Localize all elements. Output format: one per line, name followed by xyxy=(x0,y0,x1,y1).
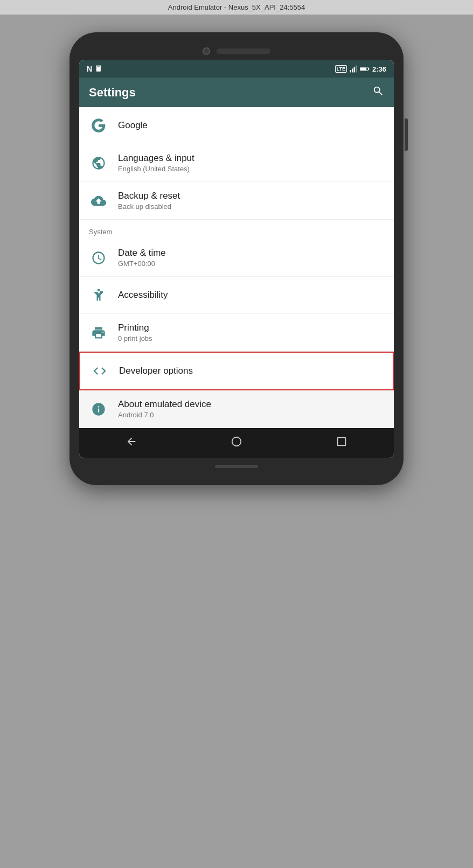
cloud-upload-icon xyxy=(89,191,108,211)
datetime-subtitle: GMT+00:00 xyxy=(118,260,166,268)
printing-subtitle: 0 print jobs xyxy=(118,334,152,342)
window-title-bar: Android Emulator - Nexus_5X_API_24:5554 xyxy=(0,0,473,15)
page-wrapper: Android Emulator - Nexus_5X_API_24:5554 … xyxy=(0,0,473,868)
settings-item-about[interactable]: About emulated device Android 7.0 xyxy=(79,390,394,428)
google-item-text: Google xyxy=(118,120,148,131)
settings-item-backup[interactable]: Backup & reset Back up disabled xyxy=(79,182,394,220)
time-display: 2:36 xyxy=(372,65,386,73)
google-title: Google xyxy=(118,120,148,131)
svg-rect-1 xyxy=(98,65,98,67)
phone-bottom xyxy=(79,458,394,470)
clock-icon xyxy=(89,248,108,268)
phone-side-button xyxy=(405,118,408,151)
notification-icon: N xyxy=(87,65,92,73)
datetime-item-text: Date & time GMT+00:00 xyxy=(118,248,166,268)
settings-item-languages[interactable]: Languages & input English (United States… xyxy=(79,144,394,182)
app-bar: Settings xyxy=(79,78,394,107)
status-bar: N LTE xyxy=(79,60,394,78)
search-button[interactable] xyxy=(372,85,384,100)
datetime-title: Date & time xyxy=(118,248,166,258)
system-label: System xyxy=(89,228,112,236)
settings-item-datetime[interactable]: Date & time GMT+00:00 xyxy=(79,239,394,277)
status-left-icons: N xyxy=(87,65,103,74)
phone-top xyxy=(79,43,394,60)
svg-rect-10 xyxy=(368,68,369,69)
status-right-icons: LTE 2:36 xyxy=(335,65,386,73)
recents-button[interactable] xyxy=(336,436,347,450)
svg-rect-3 xyxy=(100,65,100,67)
svg-rect-6 xyxy=(354,67,355,73)
backup-item-text: Backup & reset Back up disabled xyxy=(118,191,180,211)
svg-rect-13 xyxy=(337,438,345,446)
phone-screen: N LTE xyxy=(79,60,394,458)
about-item-text: About emulated device Android 7.0 xyxy=(118,399,211,419)
developer-item-text: Developer options xyxy=(119,366,193,376)
google-icon xyxy=(89,116,108,135)
settings-item-accessibility[interactable]: Accessibility xyxy=(79,277,394,314)
languages-item-text: Languages & input English (United States… xyxy=(118,153,194,173)
backup-title: Backup & reset xyxy=(118,191,180,201)
svg-point-11 xyxy=(98,289,100,291)
about-title: About emulated device xyxy=(118,399,211,410)
phone-camera xyxy=(203,47,210,55)
accessibility-title: Accessibility xyxy=(118,290,168,300)
lte-badge: LTE xyxy=(335,65,347,73)
settings-item-printing[interactable]: Printing 0 print jobs xyxy=(79,314,394,352)
printing-title: Printing xyxy=(118,323,152,333)
phone-frame: N LTE xyxy=(69,32,404,485)
printing-item-text: Printing 0 print jobs xyxy=(118,323,152,342)
printer-icon xyxy=(89,323,108,342)
svg-point-12 xyxy=(232,437,241,446)
app-bar-title: Settings xyxy=(89,86,136,100)
settings-item-developer[interactable]: Developer options xyxy=(79,352,394,390)
accessibility-item-text: Accessibility xyxy=(118,290,168,300)
info-icon xyxy=(89,400,108,419)
system-section-header: System xyxy=(79,220,394,239)
back-button[interactable] xyxy=(126,436,137,450)
languages-subtitle: English (United States) xyxy=(118,165,194,173)
languages-title: Languages & input xyxy=(118,153,194,164)
signal-icon xyxy=(350,65,357,73)
backup-subtitle: Back up disabled xyxy=(118,202,180,211)
settings-list: Google Languages & input English (United… xyxy=(79,107,394,428)
developer-title: Developer options xyxy=(119,366,193,376)
phone-chin xyxy=(215,465,258,468)
settings-item-google[interactable]: Google xyxy=(79,107,394,144)
nav-bar xyxy=(79,428,394,458)
accessibility-icon xyxy=(89,285,108,305)
svg-rect-9 xyxy=(360,67,367,70)
battery-icon xyxy=(360,65,370,73)
sd-icon xyxy=(95,65,103,74)
code-icon xyxy=(90,361,109,381)
window-title: Android Emulator - Nexus_5X_API_24:5554 xyxy=(168,3,305,11)
svg-rect-4 xyxy=(350,70,351,72)
phone-speaker xyxy=(217,48,270,54)
home-button[interactable] xyxy=(231,436,242,450)
svg-rect-7 xyxy=(356,66,357,73)
svg-rect-2 xyxy=(99,65,99,67)
about-subtitle: Android 7.0 xyxy=(118,411,211,419)
svg-rect-5 xyxy=(352,68,353,72)
globe-icon xyxy=(89,153,108,173)
